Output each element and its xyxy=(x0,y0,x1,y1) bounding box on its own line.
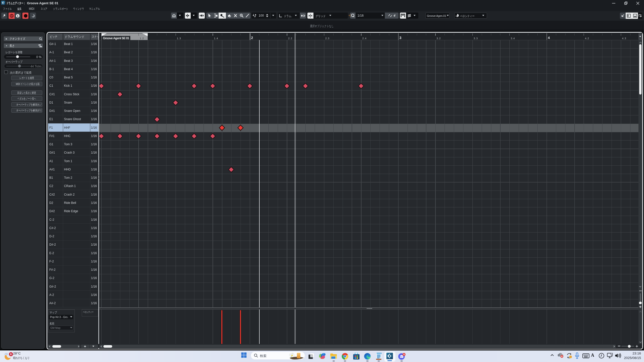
svg-text:3.2: 3.2 xyxy=(436,37,441,40)
svg-text:3.3: 3.3 xyxy=(473,37,478,40)
svg-text:6: 6 xyxy=(10,353,12,356)
svg-text:4.2: 4.2 xyxy=(585,37,589,40)
svg-text:1: 1 xyxy=(17,14,19,18)
svg-text:4.3: 4.3 xyxy=(622,37,626,40)
svg-text:1.4: 1.4 xyxy=(214,37,218,40)
svg-text:2.4: 2.4 xyxy=(362,37,367,40)
svg-text:3: 3 xyxy=(399,35,401,39)
svg-text:2.2: 2.2 xyxy=(288,37,292,40)
svg-text:1.3: 1.3 xyxy=(177,37,181,40)
svg-text:3.4: 3.4 xyxy=(511,37,515,40)
svg-text:Groove Agent SE 01: Groove Agent SE 01 xyxy=(103,36,129,40)
svg-text:4: 4 xyxy=(548,35,550,39)
svg-text:2: 2 xyxy=(251,35,253,39)
svg-text:2.3: 2.3 xyxy=(325,37,329,40)
svg-text:1.2: 1.2 xyxy=(140,37,144,40)
svg-text:S: S xyxy=(11,14,13,18)
